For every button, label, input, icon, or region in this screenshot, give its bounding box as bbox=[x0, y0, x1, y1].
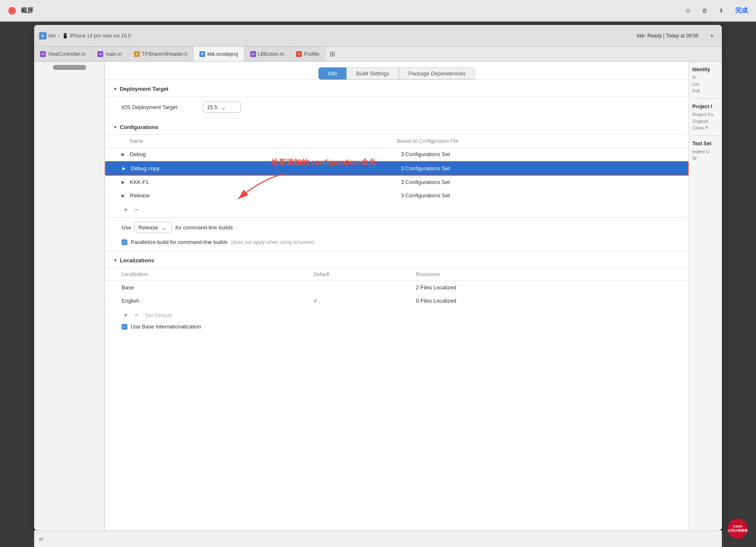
use-select[interactable]: Release ⌄ bbox=[134, 222, 172, 233]
ios-version-select[interactable]: 15.5 ⌄ bbox=[203, 102, 241, 113]
trash-icon[interactable]: 🗑 bbox=[702, 7, 707, 14]
body-layout: Info Build Settings Package Dependencies… bbox=[34, 62, 722, 530]
config-name-debug-copy: Debug copy bbox=[131, 165, 401, 172]
right-sidebar: Identity N Loc Full Project I Project Fo… bbox=[689, 62, 722, 530]
right-project-folder: Project Fo bbox=[692, 112, 719, 117]
breadcrumb-sep: > bbox=[57, 33, 60, 39]
tab-icon-pod: ♦ bbox=[296, 51, 302, 57]
section-tabs: Info Build Settings Package Dependencies bbox=[105, 62, 689, 80]
bottom-text: er bbox=[39, 536, 44, 542]
tab-tpshare[interactable]: h TPShareAllHeader.h bbox=[128, 47, 194, 61]
right-indent: Indent U bbox=[692, 149, 719, 154]
breadcrumb-project[interactable]: kkk bbox=[48, 33, 56, 39]
base-intl-checkbox[interactable]: ✓ bbox=[122, 324, 127, 330]
config-name-release: Release bbox=[130, 192, 401, 199]
base-intl-row: ✓ Use Base Internationalization bbox=[105, 322, 689, 336]
local-row-base[interactable]: Base 2 Files Localized bbox=[105, 281, 689, 294]
remove-config-button[interactable]: − bbox=[132, 206, 141, 214]
deployment-target-header: ▼ Deployment Target bbox=[105, 80, 689, 97]
tab-label: ViewController.m bbox=[48, 51, 85, 57]
remove-locale-button[interactable]: − bbox=[132, 311, 141, 319]
add-tab-icon[interactable]: ⊞ bbox=[326, 47, 339, 61]
select-arrow-icon: ⌄ bbox=[221, 103, 226, 111]
left-sidebar bbox=[34, 62, 105, 530]
parallelize-checkbox[interactable]: ✓ bbox=[122, 239, 127, 245]
add-config-button[interactable]: + bbox=[122, 206, 130, 214]
toolbar-status: kkk: Ready | Today at 09:55 bbox=[637, 33, 699, 39]
ios-deployment-row: iOS Deployment Target 15.5 ⌄ bbox=[105, 97, 689, 118]
config-row-kkkf1[interactable]: ▶ KKK-F1 3 Configurations Set bbox=[105, 176, 689, 189]
localizations-section: ▼ Localizations Localization Default Res… bbox=[105, 251, 689, 336]
main-content: Info Build Settings Package Dependencies… bbox=[105, 62, 689, 530]
configurations-section: ▼ Configurations Name Based on Configura… bbox=[105, 118, 689, 251]
expand-icon: ▶ bbox=[122, 152, 128, 157]
tab-icon-h: h bbox=[134, 51, 140, 57]
project-icon: k bbox=[39, 32, 47, 40]
chevron-down-icon2: ▼ bbox=[113, 125, 117, 129]
up-action-icon[interactable]: ⊙ bbox=[686, 7, 690, 14]
chevron-down-icon: ▼ bbox=[113, 87, 117, 91]
col-name-header: Name bbox=[130, 138, 397, 144]
breadcrumb-device: iPhone 14 pro max ios 16.0 bbox=[70, 33, 131, 39]
deployment-target-title: Deployment Target bbox=[120, 86, 169, 92]
configurations-header: ▼ Configurations bbox=[105, 118, 689, 135]
right-w: W bbox=[692, 156, 719, 161]
status-text: kkk: Ready | Today at 09:55 bbox=[637, 33, 699, 39]
local-row-english[interactable]: English ✓ 0 Files Localized bbox=[105, 294, 689, 308]
local-table-header: Localization Default Resources bbox=[105, 268, 689, 281]
expand-icon4: ▶ bbox=[122, 193, 128, 198]
right-divider2 bbox=[692, 135, 719, 136]
parallelize-label: Parallelize build for command-line build… bbox=[131, 239, 228, 245]
config-row-release[interactable]: ▶ Release 3 Configurations Set bbox=[105, 189, 689, 202]
add-tab-button[interactable]: + bbox=[707, 31, 717, 41]
text-settings-title: Text Set bbox=[692, 141, 719, 147]
tab-build-settings[interactable]: Build Settings bbox=[346, 67, 399, 80]
breadcrumb-icon2: 📱 bbox=[62, 33, 68, 39]
csdn-line1: CSDN bbox=[733, 525, 743, 529]
tab-package-deps[interactable]: Package Dependencies bbox=[399, 67, 475, 80]
right-class-prefix: Class P bbox=[692, 125, 719, 130]
toolbar: k kkk > 📱 iPhone 14 pro max ios 16.0 kkk… bbox=[34, 25, 722, 47]
tab-viewcontroller[interactable]: m ViewController.m bbox=[34, 47, 92, 61]
col-default-header: Default bbox=[313, 271, 416, 277]
config-value-debug-copy: 3 Configurations Set bbox=[401, 165, 671, 172]
tab-label: Podfile bbox=[304, 51, 319, 57]
tab-kkk[interactable]: ⚙ kkk.xcodeproj bbox=[194, 47, 244, 61]
localizations-header: ▼ Localizations bbox=[105, 251, 689, 268]
bottom-bar: er bbox=[34, 530, 722, 547]
config-row-debug-copy[interactable]: ▶ Debug copy 3 Configurations Set bbox=[105, 161, 689, 176]
identity-title: Identity bbox=[692, 67, 719, 72]
tab-icon-m3: m bbox=[250, 51, 256, 57]
tab-lbbutton[interactable]: m LBButton.m bbox=[244, 47, 291, 61]
col-config-header: Based on Configuration File bbox=[397, 138, 664, 144]
tab-info[interactable]: Info bbox=[318, 67, 347, 80]
tab-label: kkk.xcodeproj bbox=[207, 51, 238, 57]
csdn-badge: CSDN @刘小哈哈哈 bbox=[728, 519, 748, 539]
config-name-kkkf1: KKK-F1 bbox=[130, 179, 401, 185]
expand-icon2: ▶ bbox=[122, 166, 129, 171]
tab-label: TPShareAllHeader.h bbox=[142, 51, 187, 57]
right-name: N bbox=[692, 75, 719, 80]
config-row-debug[interactable]: ▶ Debug 3 Configurations Set bbox=[105, 148, 689, 161]
chevron-down-icon3: ▼ bbox=[113, 258, 117, 263]
done-button[interactable]: 完成 bbox=[735, 7, 748, 15]
config-name: Debug bbox=[130, 151, 401, 157]
csdn-line2: @刘小哈哈哈 bbox=[728, 529, 748, 533]
close-button[interactable]: × bbox=[8, 7, 16, 15]
share-icon[interactable]: ⬆ bbox=[719, 7, 724, 14]
title-bar-actions: ⊙ 🗑 ⬆ 完成 bbox=[686, 7, 748, 15]
local-name-base: Base bbox=[122, 284, 313, 291]
local-resources-base: 2 Files Localized bbox=[416, 284, 672, 291]
col-resources-header: Resources bbox=[416, 271, 672, 277]
tab-podfile[interactable]: ♦ Podfile bbox=[290, 47, 326, 61]
configurations-title: Configurations bbox=[120, 124, 158, 130]
config-value: 3 Configurations Set bbox=[401, 151, 672, 157]
right-location: Loc bbox=[692, 82, 719, 87]
tab-main[interactable]: m main.m bbox=[92, 47, 128, 61]
use-value: Release bbox=[138, 224, 158, 231]
tab-icon-m: m bbox=[40, 51, 46, 57]
add-locale-button[interactable]: + bbox=[122, 311, 130, 319]
right-full: Full bbox=[692, 88, 719, 93]
config-value-release: 3 Configurations Set bbox=[401, 192, 672, 199]
use-label: Use bbox=[122, 224, 131, 231]
